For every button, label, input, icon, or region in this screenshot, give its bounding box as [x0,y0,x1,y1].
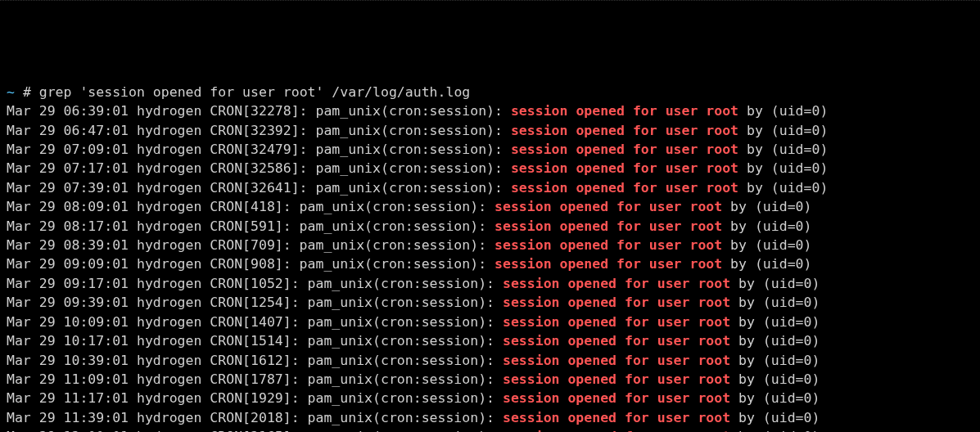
grep-match: session opened for user root [503,371,730,387]
log-line: Mar 29 08:39:01 hydrogen CRON[709]: pam_… [7,236,973,254]
log-line: Mar 29 12:00:01 hydrogen CRON[2165]: pam… [7,427,973,432]
prompt-hash: # [23,84,31,100]
log-suffix: by (uid=0) [738,103,828,119]
grep-match: session opened for user root [503,410,730,425]
grep-match: session opened for user root [495,256,722,272]
log-prefix: Mar 29 08:39:01 hydrogen CRON[709]: pam_… [7,237,495,253]
grep-match: session opened for user root [511,160,738,176]
log-line: Mar 29 07:39:01 hydrogen CRON[32641]: pa… [7,178,973,197]
grep-match: session opened for user root [511,123,738,138]
log-prefix: Mar 29 09:17:01 hydrogen CRON[1052]: pam… [7,276,503,291]
log-line: Mar 29 08:17:01 hydrogen CRON[591]: pam_… [7,217,973,236]
command-text: grep 'session opened for user root' /var… [39,84,471,100]
grep-match: session opened for user root [503,353,730,368]
log-prefix: Mar 29 11:17:01 hydrogen CRON[1929]: pam… [7,390,503,406]
grep-match: session opened for user root [495,218,722,234]
log-suffix: by (uid=0) [730,276,820,291]
log-prefix: Mar 29 10:17:01 hydrogen CRON[1514]: pam… [7,333,503,349]
log-suffix: by (uid=0) [722,218,811,234]
prompt-tilde: ~ [7,84,15,100]
log-line: Mar 29 10:17:01 hydrogen CRON[1514]: pam… [7,331,973,350]
log-prefix: Mar 29 07:17:01 hydrogen CRON[32586]: pa… [7,160,511,176]
log-line: Mar 29 09:39:01 hydrogen CRON[1254]: pam… [7,293,973,312]
grep-match: session opened for user root [503,295,730,310]
log-line: Mar 29 11:17:01 hydrogen CRON[1929]: pam… [7,389,973,407]
log-prefix: Mar 29 08:09:01 hydrogen CRON[418]: pam_… [7,199,495,214]
terminal-output[interactable]: ~ # grep 'session opened for user root' … [7,83,973,432]
grep-match: session opened for user root [503,314,730,330]
log-suffix: by (uid=0) [730,295,820,310]
grep-match: session opened for user root [511,142,738,157]
log-suffix: by (uid=0) [722,256,811,272]
log-prefix: Mar 29 11:39:01 hydrogen CRON[2018]: pam… [7,410,503,425]
log-suffix: by (uid=0) [722,237,811,253]
log-prefix: Mar 29 06:39:01 hydrogen CRON[32278]: pa… [7,103,511,119]
log-prefix: Mar 29 09:39:01 hydrogen CRON[1254]: pam… [7,295,503,310]
log-line: Mar 29 11:09:01 hydrogen CRON[1787]: pam… [7,370,973,389]
prompt-line[interactable]: ~ # grep 'session opened for user root' … [7,83,973,101]
log-line: Mar 29 06:47:01 hydrogen CRON[32392]: pa… [7,121,973,140]
grep-match: session opened for user root [503,390,730,406]
log-prefix: Mar 29 08:17:01 hydrogen CRON[591]: pam_… [7,218,495,234]
log-line: Mar 29 09:09:01 hydrogen CRON[908]: pam_… [7,254,973,273]
log-line: Mar 29 09:17:01 hydrogen CRON[1052]: pam… [7,274,973,293]
log-prefix: Mar 29 11:09:01 hydrogen CRON[1787]: pam… [7,371,503,387]
log-prefix: Mar 29 10:09:01 hydrogen CRON[1407]: pam… [7,314,503,330]
log-suffix: by (uid=0) [738,180,828,196]
grep-match: session opened for user root [511,180,738,196]
log-line: Mar 29 11:39:01 hydrogen CRON[2018]: pam… [7,408,973,427]
log-suffix: by (uid=0) [738,142,828,157]
log-suffix: by (uid=0) [738,123,828,138]
grep-match: session opened for user root [503,429,730,432]
grep-match: session opened for user root [511,103,738,119]
log-line: Mar 29 10:09:01 hydrogen CRON[1407]: pam… [7,313,973,331]
log-line: Mar 29 07:09:01 hydrogen CRON[32479]: pa… [7,140,973,159]
log-prefix: Mar 29 07:39:01 hydrogen CRON[32641]: pa… [7,180,511,196]
log-suffix: by (uid=0) [730,390,820,406]
grep-match: session opened for user root [495,237,722,253]
log-suffix: by (uid=0) [730,333,820,349]
log-suffix: by (uid=0) [730,410,820,425]
log-line: Mar 29 06:39:01 hydrogen CRON[32278]: pa… [7,101,973,120]
grep-match: session opened for user root [503,276,730,291]
log-suffix: by (uid=0) [730,314,820,330]
log-prefix: Mar 29 12:00:01 hydrogen CRON[2165]: pam… [7,429,503,432]
log-line: Mar 29 07:17:01 hydrogen CRON[32586]: pa… [7,159,973,178]
log-suffix: by (uid=0) [730,429,820,432]
log-suffix: by (uid=0) [722,199,811,214]
log-prefix: Mar 29 07:09:01 hydrogen CRON[32479]: pa… [7,142,511,157]
log-suffix: by (uid=0) [738,160,828,176]
log-prefix: Mar 29 10:39:01 hydrogen CRON[1612]: pam… [7,353,503,368]
log-line: Mar 29 10:39:01 hydrogen CRON[1612]: pam… [7,351,973,370]
log-prefix: Mar 29 06:47:01 hydrogen CRON[32392]: pa… [7,123,511,138]
grep-match: session opened for user root [495,199,722,214]
grep-match: session opened for user root [503,333,730,349]
log-suffix: by (uid=0) [730,353,820,368]
log-suffix: by (uid=0) [730,371,820,387]
log-line: Mar 29 08:09:01 hydrogen CRON[418]: pam_… [7,197,973,216]
log-prefix: Mar 29 09:09:01 hydrogen CRON[908]: pam_… [7,256,495,272]
